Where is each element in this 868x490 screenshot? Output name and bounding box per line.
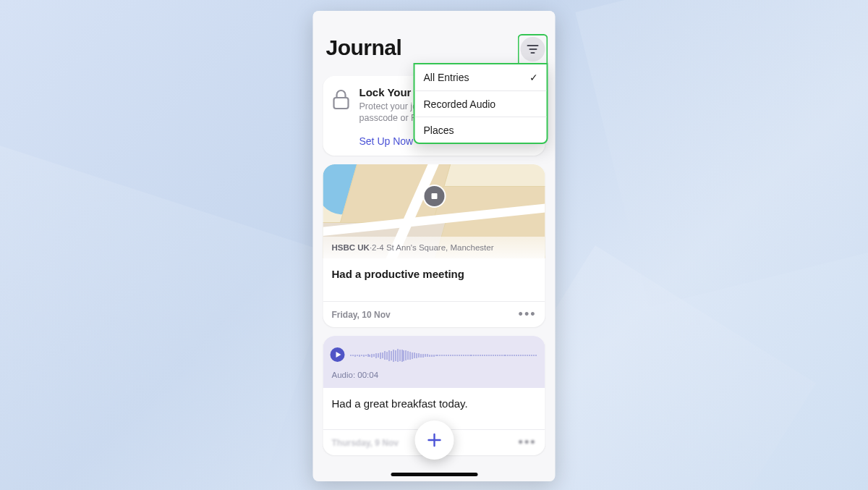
app-header: Journal xyxy=(313,34,556,66)
filter-button[interactable] xyxy=(521,37,545,62)
entry-more-button[interactable]: ••• xyxy=(519,307,537,322)
entry-title: Had a productive meeting xyxy=(332,268,464,280)
check-icon: ✓ xyxy=(529,72,538,83)
entry-date: Thursday, 9 Nov xyxy=(332,438,399,448)
filter-option-places[interactable]: Places xyxy=(415,117,547,143)
filter-icon xyxy=(527,45,539,54)
page-title: Journal xyxy=(326,35,402,60)
entry-footer: Friday, 10 Nov ••• xyxy=(323,301,545,327)
plus-icon xyxy=(425,431,443,449)
audio-duration-label: Audio: 00:04 xyxy=(332,371,379,379)
filter-option-label: All Entries xyxy=(424,72,469,83)
filter-option-all-entries[interactable]: All Entries ✓ xyxy=(415,64,547,90)
entry-more-button[interactable]: ••• xyxy=(519,435,537,450)
entry-map-thumbnail: HSBC UK · 2-4 St Ann's Square, Mancheste… xyxy=(323,164,545,258)
entry-location-caption: HSBC UK · 2-4 St Ann's Square, Mancheste… xyxy=(323,237,545,258)
journal-entry-card[interactable]: HSBC UK · 2-4 St Ann's Square, Mancheste… xyxy=(323,164,545,327)
map-pin-icon xyxy=(424,186,444,206)
filter-option-recorded-audio[interactable]: Recorded Audio xyxy=(415,90,547,117)
entry-audio-area: Audio: 00:04 xyxy=(323,336,545,388)
audio-waveform xyxy=(351,347,537,363)
filter-option-label: Recorded Audio xyxy=(424,98,496,110)
phone-frame: Journal Lock Your Journal Protect your j… xyxy=(313,11,556,481)
filter-option-label: Places xyxy=(424,124,454,136)
svg-rect-0 xyxy=(334,98,349,109)
play-button[interactable] xyxy=(331,347,345,362)
home-indicator xyxy=(391,473,477,476)
entry-title: Had a great breakfast today. xyxy=(332,397,468,410)
svg-rect-1 xyxy=(431,193,437,199)
add-entry-button[interactable] xyxy=(414,421,454,460)
lock-icon xyxy=(332,89,351,114)
filter-menu: All Entries ✓ Recorded Audio Places xyxy=(414,63,548,144)
entry-date: Friday, 10 Nov xyxy=(332,310,391,320)
journal-screen: Journal Lock Your Journal Protect your j… xyxy=(313,11,556,481)
lock-setup-link[interactable]: Set Up Now xyxy=(359,135,414,147)
